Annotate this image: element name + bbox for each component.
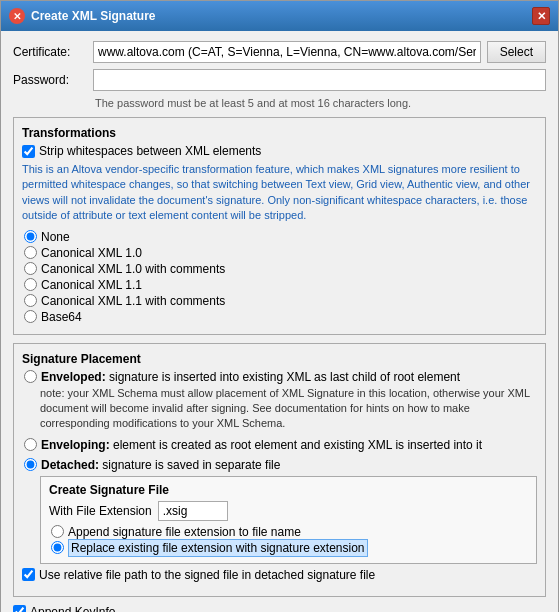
append-sig-label: Append signature file extension to file … [68, 525, 301, 539]
enveloped-label: Enveloped: signature is inserted into ex… [41, 370, 460, 384]
transform-base64-label: Base64 [41, 310, 82, 324]
dialog-icon: ✕ [9, 8, 25, 24]
append-keyinfo-row: Append KeyInfo [13, 605, 546, 612]
password-row: Password: [13, 69, 546, 91]
transform-option-none: None [24, 230, 537, 244]
title-bar: ✕ Create XML Signature ✕ [1, 1, 558, 31]
detached-short-desc: signature is saved in separate file [102, 458, 280, 472]
append-keyinfo-label: Append KeyInfo [30, 605, 115, 612]
strip-whitespace-checkbox[interactable] [22, 145, 35, 158]
enveloping-label: Enveloping: element is created as root e… [41, 438, 482, 452]
password-label: Password: [13, 73, 93, 87]
transform-option-canonical10: Canonical XML 1.0 [24, 246, 537, 260]
select-button[interactable]: Select [487, 41, 546, 63]
transformations-section: Transformations Strip whitespaces betwee… [13, 117, 546, 335]
detached-label-bold: Detached: [41, 458, 99, 472]
enveloping-label-bold: Enveloping: [41, 438, 110, 452]
close-button[interactable]: ✕ [532, 7, 550, 25]
certificate-input[interactable] [93, 41, 481, 63]
ext-input[interactable] [158, 501, 228, 521]
enveloped-option: Enveloped: signature is inserted into ex… [22, 370, 537, 432]
dialog-title: Create XML Signature [31, 9, 155, 23]
transform-option-base64: Base64 [24, 310, 537, 324]
strip-whitespace-row: Strip whitespaces between XML elements [22, 144, 537, 158]
replace-sig-label: Replace existing file extension with sig… [68, 541, 368, 555]
replace-sig-ext-row: Replace existing file extension with sig… [51, 541, 528, 555]
transform-c11c-label: Canonical XML 1.1 with comments [41, 294, 225, 308]
certificate-row: Certificate: Select [13, 41, 546, 63]
append-sig-ext-row: Append signature file extension to file … [51, 525, 528, 539]
enveloping-option: Enveloping: element is created as root e… [22, 438, 537, 452]
ext-label: With File Extension [49, 504, 152, 518]
enveloping-short-desc: element is created as root element and e… [113, 438, 482, 452]
relative-path-row: Use relative file path to the signed fil… [22, 568, 537, 582]
password-input[interactable] [93, 69, 546, 91]
signature-placement-title: Signature Placement [22, 352, 537, 366]
transformations-title: Transformations [22, 126, 537, 140]
dialog-content: Certificate: Select Password: The passwo… [1, 31, 558, 612]
append-keyinfo-checkbox[interactable] [13, 605, 26, 612]
create-xml-signature-dialog: ✕ Create XML Signature ✕ Certificate: Se… [0, 0, 559, 612]
detached-radio-row: Detached: signature is saved in separate… [24, 458, 537, 472]
enveloped-radio-row: Enveloped: signature is inserted into ex… [24, 370, 537, 384]
transformations-info: This is an Altova vendor-specific transf… [22, 162, 537, 224]
create-sig-title: Create Signature File [49, 483, 528, 497]
transform-c11-label: Canonical XML 1.1 [41, 278, 142, 292]
certificate-label: Certificate: [13, 45, 93, 59]
enveloped-note: note: your XML Schema must allow placeme… [40, 386, 537, 432]
transform-option-canonical10-comments: Canonical XML 1.0 with comments [24, 262, 537, 276]
signature-placement-section: Signature Placement Enveloped: signature… [13, 343, 546, 597]
transform-option-canonical11: Canonical XML 1.1 [24, 278, 537, 292]
relative-path-label: Use relative file path to the signed fil… [39, 568, 375, 582]
ext-row: With File Extension [49, 501, 528, 521]
transform-c10c-label: Canonical XML 1.0 with comments [41, 262, 225, 276]
create-sig-file-box: Create Signature File With File Extensio… [40, 476, 537, 564]
password-hint: The password must be at least 5 and at m… [95, 97, 546, 109]
detached-label: Detached: signature is saved in separate… [41, 458, 280, 472]
relative-path-checkbox[interactable] [22, 568, 35, 581]
title-bar-left: ✕ Create XML Signature [9, 8, 155, 24]
enveloped-short-desc: signature is inserted into existing XML … [109, 370, 460, 384]
replace-sig-label-text: Replace existing file extension with sig… [68, 539, 368, 557]
strip-whitespace-label: Strip whitespaces between XML elements [39, 144, 261, 158]
enveloped-label-bold: Enveloped: [41, 370, 106, 384]
enveloping-radio-row: Enveloping: element is created as root e… [24, 438, 537, 452]
detached-option: Detached: signature is saved in separate… [22, 458, 537, 582]
transform-none-label: None [41, 230, 70, 244]
transform-c10-label: Canonical XML 1.0 [41, 246, 142, 260]
transform-option-canonical11-comments: Canonical XML 1.1 with comments [24, 294, 537, 308]
